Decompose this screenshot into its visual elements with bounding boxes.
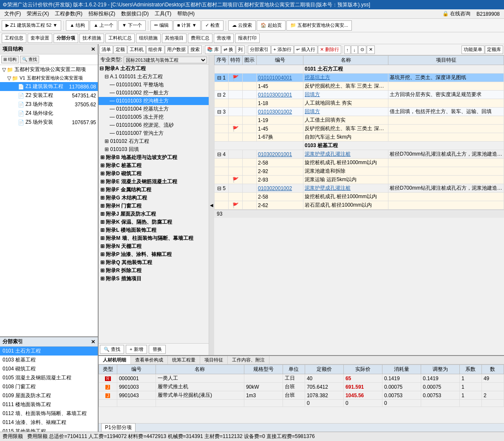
quota-appendix-f[interactable]: ⊞ 附录F 金属结构工程: [99, 186, 209, 194]
table-row[interactable]: ⊟ 2 010103001001 回填方 土方回填分层夯实、密实度满足规范要求: [215, 91, 504, 99]
rt-lib-btn[interactable]: 📚 库: [205, 46, 221, 54]
subpart-item-0111[interactable]: 0111 楼地面装饰工程: [0, 400, 98, 409]
quota-replace-btn[interactable]: 替换: [149, 345, 166, 354]
project-path-btn[interactable]: 📁 五都村安置地块公寓安...: [286, 20, 352, 31]
quota-appendix-n[interactable]: ⊞ 附录N 天棚工程: [99, 242, 209, 250]
quota-add-btn[interactable]: + 新增: [126, 345, 147, 354]
rt-close-btn[interactable]: ✕: [367, 46, 375, 54]
table-row[interactable]: 1-18 人工就地回填土 夯实: [215, 99, 504, 108]
home-btn[interactable]: 🏠 起始页: [257, 20, 286, 31]
rt-materials[interactable]: 工料机: [127, 46, 146, 54]
table-row[interactable]: 2-58 旋挖桩机成孔 桩径1000mm以内: [215, 159, 504, 167]
tab-technical[interactable]: 技术措施: [79, 34, 104, 43]
quota-010101007[interactable]: — 010101007 管沟土方: [99, 129, 209, 137]
quota-010101001[interactable]: — 010101001 平整场地: [99, 81, 209, 89]
menu-params[interactable]: 工程参数(R): [52, 9, 85, 18]
tree-item-root[interactable]: ▽ 📁 五都村安置地块公寓安置二期项: [0, 65, 98, 74]
table-row[interactable]: 🚩 2-93 泥浆运输 运距5km以内: [215, 176, 504, 184]
menu-tools[interactable]: 工具(T): [152, 9, 174, 18]
rt-price-lib[interactable]: 组价库: [146, 46, 164, 54]
cell-code[interactable]: 010302001001: [257, 150, 303, 159]
structure-btn2[interactable]: ⊞ 结构: [1, 56, 19, 63]
p1-tab[interactable]: P1分部分项: [101, 423, 136, 432]
cell-code[interactable]: 010103001001: [257, 91, 303, 99]
rt-func-menu-btn[interactable]: 功能菜单: [462, 46, 484, 54]
search-btn[interactable]: 🔍 查找: [20, 56, 39, 63]
table-row[interactable]: 1-19 人工借土回填夯实: [215, 116, 504, 125]
quota-appendix-s[interactable]: ⊞ 附录S 措施项目: [99, 275, 209, 283]
subpart-item-0103[interactable]: 0103 桩基工程: [0, 356, 98, 364]
subpart-close-btn[interactable]: ✕: [91, 339, 95, 345]
rt-search[interactable]: 搜索: [188, 46, 202, 54]
bottom-row[interactable]: J 9901043 履带式单斗挖掘机(液压) 1m3 台班 1078.382 1…: [99, 391, 504, 400]
bottom-row[interactable]: J 9901003 履带式推土机 90kW 台班 705.6412 691.59…: [99, 383, 504, 391]
menu-user[interactable]: B2189908: [474, 10, 502, 18]
subpart-item-0108[interactable]: 0108 门窗工程: [0, 382, 98, 391]
bottom-tab-materials[interactable]: 人材机明细: [99, 356, 131, 364]
bottom-tab-price[interactable]: 查看单价构成: [131, 356, 168, 364]
rt-down-btn[interactable]: ↓: [351, 46, 358, 54]
tab-materials[interactable]: 工料机汇总: [105, 34, 135, 43]
table-row[interactable]: ⊟ 1 🚩 010101004001 挖基坑土方 基坑开挖、三类土、深度详见图纸: [215, 74, 504, 82]
tab-engineering-info[interactable]: 工程信息: [2, 34, 26, 43]
quota-010101005[interactable]: — 010101005 冻土开挖: [99, 113, 209, 121]
project-selector[interactable]: ▶ Z1 建筑装饰工程 52 ▼: [2, 20, 61, 31]
tab-cost[interactable]: 费用汇总: [188, 34, 212, 43]
bottom-tab-qty[interactable]: 统筹工程量: [168, 356, 200, 364]
bottom-row[interactable]: R 0000001 一类人工 工日 40 65 0.1419 0.1419 1: [99, 374, 504, 383]
next-btn[interactable]: ▼ 下一个: [118, 20, 146, 31]
cell-name[interactable]: 回填方: [303, 91, 388, 99]
quota-010101002[interactable]: — 010101002 挖一般土方: [99, 89, 209, 97]
rt-quota-lib-btn[interactable]: 定额库: [485, 46, 503, 54]
menu-consult[interactable]: 🔒 在线咨询: [440, 9, 473, 18]
subpart-item-0101[interactable]: 0101 土石方工程: [0, 347, 98, 356]
tab-other[interactable]: 其他项目: [162, 34, 187, 43]
cell-code[interactable]: 010103001002: [257, 108, 303, 116]
rt-quota-list[interactable]: 清单: [99, 46, 113, 54]
table-row[interactable]: ⊟ 4 010302001001 泥浆护壁成孔灌注桩 桩径D700mm钻孔灌注桩…: [215, 150, 504, 159]
quota-010101004[interactable]: — 010101004 挖基坑土方: [99, 105, 209, 113]
quota-appendix-g[interactable]: ⊞ 附录G 木结构工程: [99, 194, 209, 202]
menu-cloud[interactable]: 荣洲云(X): [24, 9, 51, 18]
tree-item-z5[interactable]: 📄 Z5 场外安装 107657.95: [0, 118, 98, 127]
quota-appendix-k[interactable]: ⊞ 附录K 保温、隔热、防腐工程: [99, 218, 209, 226]
quota-appendix-l[interactable]: ⊞ 附录L 楼地面装饰工程: [99, 226, 209, 234]
rt-add-row-btn[interactable]: + 添加行: [271, 46, 293, 54]
quota-type-select[interactable]: 国标2013建筑与装饰工程: [124, 57, 207, 63]
table-row[interactable]: 1-45 反铲挖掘机挖土、装车 三类土 深度2m以内: [215, 82, 504, 91]
tab-org[interactable]: 组织措施: [136, 34, 161, 43]
subpart-item-0109[interactable]: 0109 屋面及防水工程: [0, 391, 98, 400]
bottom-tab-work[interactable]: 工作内容、附注: [228, 356, 269, 364]
table-row[interactable]: 0101 土石方工程: [215, 65, 504, 74]
quota-a1[interactable]: ⊟ A.1 010101 土石方工程: [99, 73, 209, 81]
table-row[interactable]: 1-67换 自卸汽车运土 5km内: [215, 133, 504, 142]
check-btn[interactable]: ✓ 检查: [201, 20, 224, 31]
rt-delete-row-btn[interactable]: ✕ 删除行: [318, 46, 341, 54]
tab-subpart[interactable]: 分部分项: [54, 34, 78, 43]
subpart-item-0114[interactable]: 0114 油漆、涂料、裱糊工程: [0, 418, 98, 427]
rt-col-btn[interactable]: 列: [236, 46, 245, 54]
panel-close-btn[interactable]: ✕: [91, 46, 95, 52]
structure-btn[interactable]: ▲ 结构: [66, 20, 89, 31]
quota-appendix-a[interactable]: ⊟ 附录A 土石方工程: [99, 65, 209, 73]
tree-item-z3[interactable]: 📄 Z3 场外市政 37505.62: [0, 100, 98, 109]
quota-010101006[interactable]: — 010101006 挖淤泥、流砂: [99, 121, 209, 129]
subpart-item-0104[interactable]: 0104 砌筑工程: [0, 364, 98, 373]
quota-appendix-h[interactable]: ⊞ 附录H 门窗工程: [99, 202, 209, 210]
table-row[interactable]: 2-58 旋挖桩机成孔 桩径1000mm以内: [215, 193, 504, 201]
rt-insert-row-btn[interactable]: ↵ 插入行: [294, 46, 317, 54]
table-row[interactable]: ⊟ 5 010302001002 泥浆护壁成孔灌注桩 桩径D700mm钻孔灌注桩…: [215, 184, 504, 193]
table-row[interactable]: ⊟ 3 010103001002 回填方 借土回填，包括开挖土方、装车、运输、回…: [215, 108, 504, 116]
cell-name[interactable]: 挖基坑土方: [303, 74, 388, 82]
quota-search-btn[interactable]: 🔍 查找: [100, 345, 124, 354]
table-row[interactable]: 🚩 1-45 反铲挖掘机挖土、装车 三类土 深度2m以内: [215, 125, 504, 133]
cell-name[interactable]: 回填方: [303, 108, 388, 116]
quota-appendix-d[interactable]: ⊞ 附录D 砌筑工程: [99, 170, 209, 178]
quota-appendix-p[interactable]: ⊞ 附录P 油漆、涂料、裱糊工程: [99, 250, 209, 259]
subpart-item-0105[interactable]: 0105 混凝土及钢筋混凝土工程: [0, 373, 98, 382]
calc-btn[interactable]: ■ 计算 ▼: [173, 20, 201, 31]
rt-up-btn[interactable]: ↑: [344, 46, 351, 54]
cell-code[interactable]: 010302001002: [257, 184, 303, 193]
quota-appendix-m[interactable]: ⊞ 附录M 墙、柱面装饰与隔断、幕墙工程: [99, 234, 209, 242]
menu-help[interactable]: 帮助(H): [175, 9, 197, 18]
